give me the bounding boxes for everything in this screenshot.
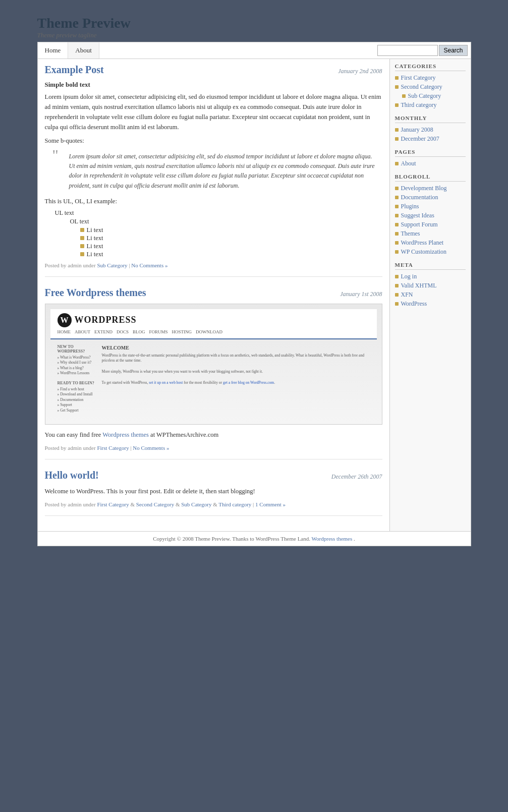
sidebar-item-dev-blog: Development Blog xyxy=(395,185,466,192)
sidebar-blogroll: BLOGROLL Development Blog Documentation … xyxy=(395,173,466,256)
sidebar-item-plugins: Plugins xyxy=(395,203,466,210)
post-date-2: January 1st 2008 xyxy=(340,291,382,298)
post-category-link[interactable]: Sub Category xyxy=(97,262,127,268)
post-title-2: Free Wordpress themes xyxy=(45,287,146,299)
sidebar: CATEGORIES First Category Second Categor… xyxy=(390,59,471,531)
bullet-icon xyxy=(395,293,399,297)
sidebar-item-support-forum: Support Forum xyxy=(395,221,466,228)
wordpress-themes-link[interactable]: Wordpress themes xyxy=(102,431,149,438)
list-example: UL text OL text Li text Li text Li text xyxy=(55,209,382,258)
sidebar-item-log-in: Log in xyxy=(395,273,466,280)
quote-icon: " xyxy=(52,147,59,162)
post-date: January 2nd 2008 xyxy=(338,68,382,75)
bullet-icon xyxy=(395,232,399,236)
wp-logo-area: W WordPress HOME ABOUT EXTEND DOCS BLOG … xyxy=(50,309,377,339)
list-label: This is UL, OL, LI example: xyxy=(45,198,382,205)
post-title-3: Hello world! xyxy=(45,470,99,481)
sidebar-meta: META Log in Valid XHTML XFN WordPress xyxy=(395,262,466,308)
sidebar-item-documentation: Documentation xyxy=(395,194,466,201)
bullet-icon xyxy=(395,250,399,254)
footer-themes-link[interactable]: Wordpress themes xyxy=(312,536,353,542)
sidebar-pages: PAGES About xyxy=(395,149,466,167)
blogroll-title: BLOGROLL xyxy=(395,173,466,182)
sidebar-item-jan-2008: January 2008 xyxy=(395,126,466,134)
categories-title: CATEGORIES xyxy=(395,63,466,71)
pages-title: PAGES xyxy=(395,149,466,157)
nav-item-about[interactable]: About xyxy=(68,42,99,59)
list-item: Li text xyxy=(80,251,382,258)
bullet-icon xyxy=(395,137,399,141)
post2-category-link[interactable]: First Category xyxy=(97,445,129,451)
sidebar-item-valid-xhtml: Valid XHTML xyxy=(395,282,466,289)
bullet-icon xyxy=(395,275,399,278)
post-body-text: Lorem ipsum dolor sit amet, consectetur … xyxy=(45,92,382,132)
post3-cat1-link[interactable]: First Category xyxy=(97,501,129,507)
sidebar-item-suggest-ideas: Suggest Ideas xyxy=(395,212,466,219)
sidebar-item-wp-planet: WordPress Planet xyxy=(395,239,466,247)
wordpress-screenshot: W WordPress HOME ABOUT EXTEND DOCS BLOG … xyxy=(45,304,382,425)
list-item: Li text xyxy=(80,226,382,234)
post2-comments-link[interactable]: No Comments » xyxy=(133,445,169,451)
bullet-icon xyxy=(395,162,399,165)
bullet-icon xyxy=(395,187,399,190)
post-example-post: Example Post January 2nd 2008 Simple bol… xyxy=(45,64,382,277)
sidebar-item-sub-category: Sub Category xyxy=(402,92,466,100)
wp-content-mini: NEW TO WORDPRESS? » What is WordPress? »… xyxy=(50,341,377,419)
sidebar-item-wordpress: WordPress xyxy=(395,300,466,308)
sidebar-item-wp-customization: WP Customization xyxy=(395,248,466,256)
post-body-2: You can easy find free Wordpress themes … xyxy=(45,430,382,440)
bullet-icon xyxy=(395,196,399,199)
wp-welcome-title: WELCOME xyxy=(102,344,370,352)
post-bold-text: Simple bold text xyxy=(45,81,382,89)
post-comments-link[interactable]: No Comments » xyxy=(131,262,167,268)
main-content: Example Post January 2nd 2008 Simple bol… xyxy=(38,59,390,531)
post3-comments-link[interactable]: 1 Comment » xyxy=(255,501,286,507)
li-bullet-icon xyxy=(80,252,84,256)
post3-cat2-link[interactable]: Second Category xyxy=(136,501,174,507)
bullet-icon xyxy=(402,94,406,98)
wp-logo-text: WordPress xyxy=(75,315,137,325)
bquote-label: Some b-quotes: xyxy=(45,137,382,145)
bullet-icon xyxy=(395,85,399,89)
meta-title: META xyxy=(395,262,466,270)
post-hello-world: Hello world! December 26th 2007 Welcome … xyxy=(45,470,382,516)
bullet-icon xyxy=(395,76,399,80)
post3-cat3-link[interactable]: Sub Category xyxy=(181,501,211,507)
post-footer-2: Posted by admin under First Category | N… xyxy=(45,445,382,451)
sidebar-item-themes: Themes xyxy=(395,230,466,238)
site-tagline: Theme preview tagline xyxy=(37,31,471,39)
site-title: Theme Preview xyxy=(37,15,471,31)
post-footer: Posted by admin under Sub Category | No … xyxy=(45,262,382,268)
wp-ready-label: READY TO BEGIN? xyxy=(58,381,98,385)
monthly-title: MONTHLY xyxy=(395,115,466,123)
wp-main-mini: WELCOME WordPress is the state-of-the-ar… xyxy=(102,344,370,416)
post-header-2: Free Wordpress themes January 1st 2008 xyxy=(45,287,382,299)
search-button[interactable]: Search xyxy=(439,45,467,56)
bullet-icon xyxy=(395,302,399,306)
bullet-icon xyxy=(395,284,399,287)
wp-logo-icon: W xyxy=(58,313,72,327)
list-item: Li text xyxy=(80,235,382,242)
search-input[interactable] xyxy=(377,45,438,56)
bullet-icon xyxy=(395,103,399,107)
site-header: Theme Preview Theme preview tagline xyxy=(37,10,471,42)
wp-new-label: NEW TO WORDPRESS? xyxy=(58,344,98,354)
li-bullet-icon xyxy=(80,236,84,240)
nav-item-home[interactable]: Home xyxy=(38,42,69,59)
post-header-3: Hello world! December 26th 2007 xyxy=(45,470,382,481)
sidebar-categories: CATEGORIES First Category Second Categor… xyxy=(395,63,466,109)
bullet-icon xyxy=(395,214,399,217)
blockquote-text: Lorem ipsum dolor sit amet, consectetur … xyxy=(69,152,377,191)
post-body-3: Welcome to WordPress. This is your first… xyxy=(45,486,382,496)
post-free-wordpress-themes: Free Wordpress themes January 1st 2008 W… xyxy=(45,287,382,459)
wp-screenshot-inner: W WordPress HOME ABOUT EXTEND DOCS BLOG … xyxy=(45,304,382,424)
post3-cat4-link[interactable]: Third category xyxy=(218,501,251,507)
sidebar-item-dec-2007: December 2007 xyxy=(395,135,466,143)
bullet-icon xyxy=(395,241,399,245)
li-bullet-icon xyxy=(80,228,84,232)
blockquote-section: " Lorem ipsum dolor sit amet, consectetu… xyxy=(55,150,382,193)
sidebar-item-xfn: XFN xyxy=(395,291,466,299)
sidebar-item-third-category: Third category xyxy=(395,101,466,109)
sidebar-item-second-category: Second Category xyxy=(395,83,466,91)
post-title: Example Post xyxy=(45,64,104,76)
